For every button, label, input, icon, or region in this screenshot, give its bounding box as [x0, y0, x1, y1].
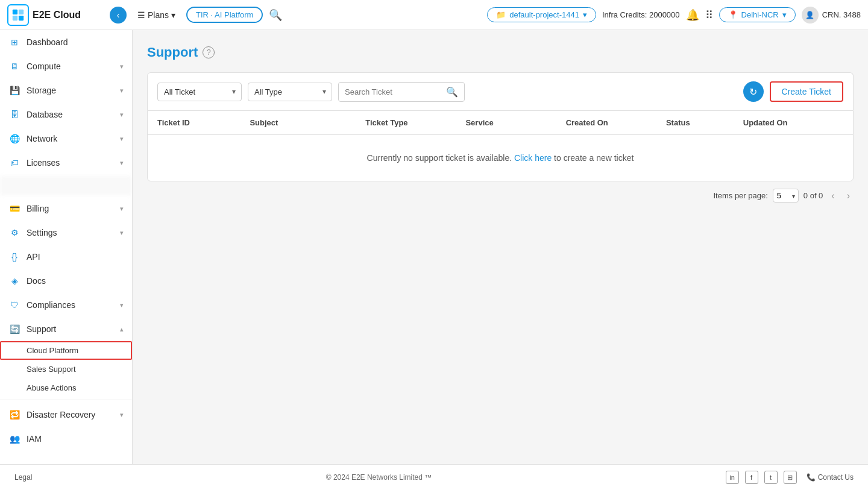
main-content: Support ? All Ticket All Type 🔍 ↻ Create… — [133, 30, 868, 464]
notifications-button[interactable]: 🔔 — [686, 8, 699, 22]
sidebar-sub-item-sales-support[interactable]: Sales Support — [0, 360, 132, 378]
sidebar-item-iam[interactable]: 👥 IAM — [0, 427, 132, 451]
type-filter-wrapper: All Type — [248, 83, 332, 101]
footer: Legal © 2024 E2E Networks Limited ™ in f… — [0, 464, 868, 490]
sidebar-item-label: Dashboard — [27, 37, 124, 47]
global-search-button[interactable]: 🔍 — [269, 8, 282, 22]
user-menu-button[interactable]: 👤 CRN. 3488 — [802, 7, 861, 24]
support-icon: 🔄 — [8, 323, 20, 335]
compliances-icon: 🛡 — [8, 299, 20, 311]
page-title: Support — [147, 45, 198, 60]
table-header: Ticket ID Subject Ticket Type Service Cr… — [148, 111, 853, 135]
project-chevron-icon: ▾ — [583, 10, 587, 19]
iam-icon: 👥 — [8, 433, 20, 445]
database-chevron-icon: ▾ — [120, 111, 124, 119]
sidebar-item-label: Support — [27, 324, 114, 334]
settings-chevron-icon: ▾ — [120, 229, 124, 237]
api-icon: {} — [8, 251, 20, 263]
sidebar-sub-item-abuse-actions[interactable]: Abuse Actions — [0, 378, 132, 397]
page-title-row: Support ? — [147, 45, 854, 60]
items-per-page-label: Items per page: — [713, 191, 767, 200]
sidebar-item-compliances[interactable]: 🛡 Compliances ▾ — [0, 293, 132, 317]
disaster-recovery-icon: 🔁 — [8, 409, 20, 421]
svg-rect-3 — [19, 15, 24, 20]
svg-rect-2 — [13, 15, 17, 20]
search-ticket-input[interactable] — [345, 87, 446, 96]
sales-support-label: Sales Support — [27, 365, 76, 374]
sidebar-item-label: Billing — [27, 204, 114, 213]
phone-icon: 📞 — [807, 473, 816, 482]
sidebar-item-settings[interactable]: ⚙ Settings ▾ — [0, 221, 132, 245]
sidebar-sub-item-cloud-platform[interactable]: Cloud Platform — [0, 341, 132, 360]
sidebar-collapse-button[interactable]: ‹ — [110, 7, 127, 24]
sidebar-item-storage[interactable]: 💾 Storage ▾ — [0, 78, 132, 102]
col-ticket-id: Ticket ID — [157, 118, 250, 127]
page-next-button[interactable]: › — [843, 189, 854, 203]
sidebar-item-database[interactable]: 🗄 Database ▾ — [0, 102, 132, 127]
tir-ai-platform-button[interactable]: TIR · AI Platform — [186, 7, 263, 23]
sidebar-item-support[interactable]: 🔄 Support ▴ — [0, 317, 132, 341]
col-created-on: Created On — [566, 118, 666, 127]
project-selector-button[interactable]: 📁 default-project-1441 ▾ — [487, 7, 596, 22]
licenses-chevron-icon: ▾ — [120, 159, 124, 167]
items-per-page-select[interactable]: 5 10 25 50 — [773, 189, 799, 203]
apps-grid-button[interactable]: ⠿ — [705, 8, 713, 22]
folder-icon: 📁 — [496, 10, 506, 19]
compliances-chevron-icon: ▾ — [120, 301, 124, 309]
ticket-filter-select[interactable]: All Ticket — [157, 83, 242, 101]
billing-icon: 💳 — [8, 203, 20, 215]
help-icon[interactable]: ? — [203, 46, 215, 58]
compute-icon: 🖥 — [8, 60, 20, 72]
refresh-button[interactable]: ↻ — [743, 81, 764, 102]
licenses-icon: 🏷 — [8, 157, 20, 169]
sidebar-item-label: Compliances — [27, 300, 114, 310]
create-ticket-link[interactable]: Click here — [514, 153, 552, 163]
col-subject: Subject — [250, 118, 365, 127]
sidebar-item-dashboard[interactable]: ⊞ Dashboard — [0, 30, 132, 54]
dashboard-icon: ⊞ — [8, 36, 20, 48]
col-updated-on: Updated On — [743, 118, 843, 127]
sidebar-item-disaster-recovery[interactable]: 🔁 Disaster Recovery ▾ — [0, 403, 132, 427]
infra-credits-label: Infra Credits: 2000000 — [602, 10, 680, 19]
network-chevron-icon: ▾ — [120, 135, 124, 143]
sidebar-item-label: Compute — [27, 61, 114, 71]
toolbar: All Ticket All Type 🔍 ↻ Create Ticket — [147, 72, 854, 110]
sidebar-item-network[interactable]: 🌐 Network ▾ — [0, 127, 132, 151]
sidebar-item-compute[interactable]: 🖥 Compute ▾ — [0, 54, 132, 78]
linkedin-icon[interactable]: in — [726, 471, 739, 484]
contact-us-link[interactable]: 📞 Contact Us — [807, 473, 854, 482]
sidebar-item-label: Disaster Recovery — [27, 410, 114, 419]
sidebar-item-billing[interactable]: 💳 Billing ▾ — [0, 196, 132, 221]
col-ticket-type: Ticket Type — [365, 118, 465, 127]
footer-copyright: © 2024 E2E Networks Limited ™ — [32, 473, 725, 482]
plans-button[interactable]: ☰ Plans ▾ — [133, 8, 180, 22]
page-prev-button[interactable]: ‹ — [828, 189, 838, 203]
create-ticket-button[interactable]: Create Ticket — [770, 81, 843, 102]
location-icon: 📍 — [728, 10, 738, 19]
svg-rect-0 — [13, 9, 17, 14]
page-info: 0 of 0 — [804, 191, 823, 200]
rss-icon[interactable]: ⊞ — [784, 471, 797, 484]
facebook-icon[interactable]: f — [745, 471, 758, 484]
footer-social-links: in f t ⊞ — [726, 471, 797, 484]
top-navigation: E2E Cloud ‹ ☰ Plans ▾ TIR · AI Platform … — [0, 0, 868, 30]
sidebar-item-api[interactable]: {} API — [0, 245, 132, 269]
storage-icon: 💾 — [8, 84, 20, 96]
type-filter-select[interactable]: All Type — [248, 83, 332, 101]
sidebar-item-label: API — [27, 252, 124, 262]
region-selector-button[interactable]: 📍 Delhi-NCR ▾ — [719, 7, 796, 22]
table-empty-message: Currently no support ticket is available… — [148, 135, 853, 181]
sidebar-item-label: Network — [27, 134, 114, 143]
ticket-filter-wrapper: All Ticket — [157, 83, 242, 101]
sidebar: ⊞ Dashboard 🖥 Compute ▾ 💾 Storage ▾ 🗄 Da… — [0, 30, 133, 464]
user-avatar: 👤 — [802, 7, 819, 24]
billing-chevron-icon: ▾ — [120, 205, 124, 213]
sidebar-item-licenses[interactable]: 🏷 Licenses ▾ — [0, 151, 132, 175]
footer-legal[interactable]: Legal — [14, 473, 32, 482]
tickets-table: Ticket ID Subject Ticket Type Service Cr… — [147, 110, 854, 181]
plans-chevron-icon: ▾ — [171, 10, 175, 20]
twitter-icon[interactable]: t — [764, 471, 778, 484]
blurred-item — [0, 176, 132, 195]
sidebar-item-docs[interactable]: ◈ Docs — [0, 269, 132, 293]
storage-chevron-icon: ▾ — [120, 87, 124, 95]
